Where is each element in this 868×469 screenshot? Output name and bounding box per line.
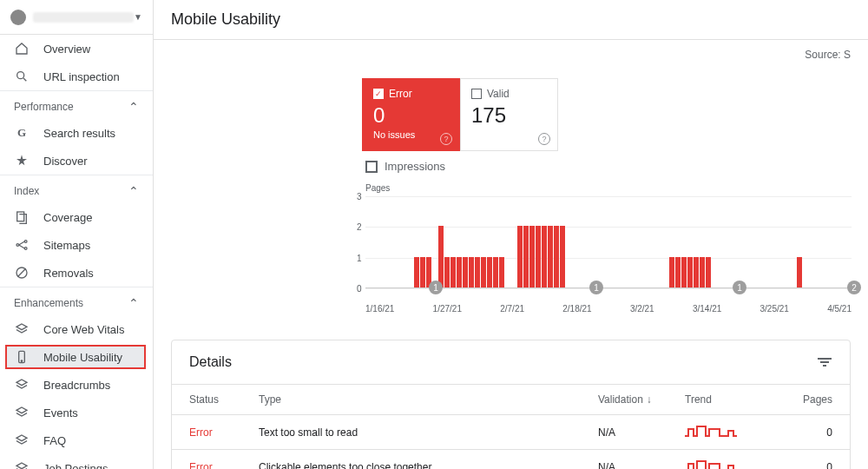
xtick: 3/25/21 — [760, 304, 789, 314]
chart-bar — [420, 257, 425, 287]
chart-bar — [687, 257, 693, 287]
nav-label: Sitemaps — [43, 239, 139, 252]
nav-url inspection[interactable]: URL inspection — [0, 63, 153, 90]
avatar — [10, 10, 26, 25]
nav-group-performance[interactable]: Performance⌃ — [0, 91, 153, 119]
nav-search results[interactable]: GSearch results — [0, 119, 153, 147]
xtick: 3/14/21 — [693, 304, 721, 314]
col-type[interactable]: Type — [259, 393, 598, 406]
checkbox-icon — [365, 161, 378, 173]
ytick: 2 — [357, 222, 362, 232]
nav-coverage[interactable]: Coverage — [0, 203, 153, 231]
row-pages: 0 — [780, 461, 832, 470]
help-icon[interactable]: ? — [440, 133, 452, 145]
nav-group-index[interactable]: Index⌃ — [0, 175, 153, 203]
table-row[interactable]: ErrorClickable elements too close togeth… — [172, 449, 850, 469]
error-card[interactable]: ✓Error 0 No issues ? — [362, 78, 460, 151]
chart-bar — [444, 257, 450, 287]
sidebar: ▼ OverviewURL inspection Performance⌃GSe… — [0, 0, 154, 469]
nav-breadcrumbs[interactable]: Breadcrumbs — [0, 371, 153, 399]
col-trend[interactable]: Trend — [685, 393, 780, 406]
nav-label: Coverage — [43, 211, 139, 224]
xtick: 2/7/21 — [500, 304, 524, 314]
svg-point-4 — [24, 248, 27, 250]
layers-icon — [14, 405, 30, 420]
chart-bar — [499, 257, 504, 287]
chart-bar — [438, 226, 444, 287]
nav-label: Search results — [43, 127, 139, 140]
chart-bar — [450, 257, 456, 287]
layers-icon — [14, 377, 30, 393]
table-row[interactable]: ErrorText too small to readN/A0 — [172, 414, 850, 449]
arrow-down-icon: ↓ — [647, 393, 652, 406]
chart-bar — [493, 257, 498, 287]
annotation-badge[interactable]: 1 — [589, 281, 603, 294]
help-icon[interactable]: ? — [538, 133, 550, 145]
chart-bar — [475, 257, 480, 287]
chart-bar — [554, 226, 559, 287]
annotation-badge[interactable]: 1 — [733, 281, 746, 294]
valid-card[interactable]: Valid 175 ? — [460, 78, 558, 151]
chevron-up-icon: ⌃ — [128, 100, 139, 114]
chart-bar — [414, 257, 419, 287]
checkbox-checked-icon: ✓ — [373, 89, 384, 99]
chart-bar — [700, 257, 705, 287]
chart-bar — [481, 257, 486, 287]
nav-label: Overview — [43, 43, 139, 56]
col-status[interactable]: Status — [189, 393, 259, 406]
row-trend — [685, 459, 780, 469]
account-switcher[interactable]: ▼ — [0, 0, 153, 35]
card-label: Error — [389, 88, 412, 100]
account-name — [33, 12, 134, 23]
chart-bar — [560, 226, 565, 287]
nav-faq[interactable]: FAQ — [0, 426, 153, 454]
nav-label: Removals — [43, 267, 139, 280]
trend-sparkline — [685, 424, 737, 438]
svg-rect-1 — [17, 212, 24, 221]
layers-icon — [14, 460, 30, 469]
sitemap-icon — [14, 237, 30, 253]
chart-bar — [548, 226, 553, 287]
annotation-badge[interactable]: 1 — [429, 281, 443, 294]
svg-point-0 — [17, 72, 24, 79]
details-title: Details — [189, 354, 232, 370]
pages-icon — [14, 209, 30, 225]
nav-label: FAQ — [43, 434, 139, 447]
pages-chart: Pages 0123 1112 1/16/211/27/212/7/212/18… — [365, 183, 851, 314]
col-pages[interactable]: Pages — [780, 393, 832, 406]
nav-sitemaps[interactable]: Sitemaps — [0, 231, 153, 259]
xtick: 3/2/21 — [630, 304, 654, 314]
row-trend — [685, 424, 780, 440]
svg-point-3 — [24, 241, 27, 243]
col-validation[interactable]: Validation ↓ — [598, 393, 685, 406]
chart-bar — [487, 257, 492, 287]
xtick: 1/16/21 — [365, 304, 394, 314]
nav-job postings[interactable]: Job Postings — [0, 454, 153, 469]
ytick: 0 — [357, 284, 362, 294]
trend-sparkline — [685, 459, 737, 469]
card-label: Valid — [487, 88, 510, 100]
valid-count: 175 — [471, 103, 547, 128]
mobile-icon — [14, 349, 30, 365]
nav-mobile usability[interactable]: Mobile Usability — [5, 345, 146, 369]
chart-bar — [694, 257, 699, 287]
layers-icon — [14, 321, 30, 337]
chart-bar — [542, 226, 547, 287]
filter-icon[interactable] — [817, 354, 832, 370]
nav-discover[interactable]: Discover — [0, 147, 153, 175]
chart-bar — [523, 226, 529, 287]
nav-overview[interactable]: Overview — [0, 35, 153, 63]
nav-label: Breadcrumbs — [43, 379, 139, 392]
nav-group-enhancements[interactable]: Enhancements⌃ — [0, 287, 153, 315]
error-count: 0 — [373, 103, 449, 128]
annotation-badge[interactable]: 2 — [847, 281, 861, 294]
chevron-up-icon: ⌃ — [128, 184, 139, 198]
nav-events[interactable]: Events — [0, 399, 153, 426]
nav-removals[interactable]: Removals — [0, 259, 153, 287]
nav-core web vitals[interactable]: Core Web Vitals — [0, 315, 153, 343]
removal-icon — [14, 265, 30, 281]
ytick: 3 — [357, 192, 362, 201]
caret-down-icon: ▼ — [134, 12, 142, 22]
impressions-toggle[interactable]: Impressions — [365, 160, 851, 173]
nav-label: URL inspection — [43, 70, 139, 83]
